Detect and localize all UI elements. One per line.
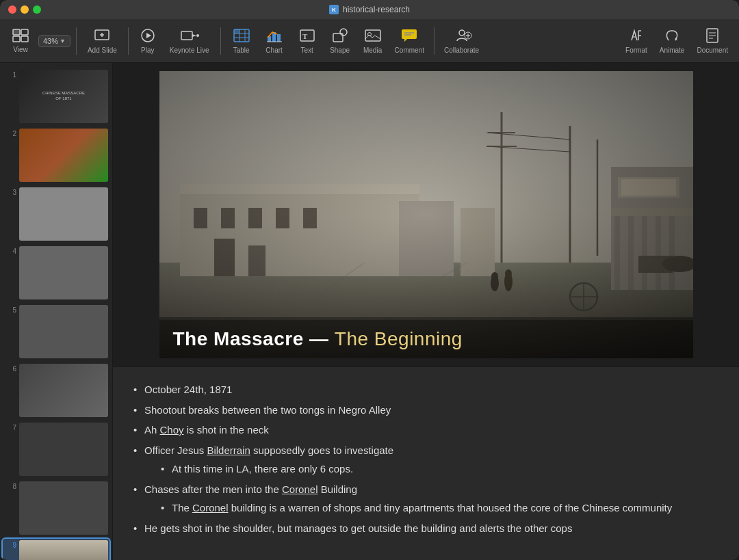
caption-dash: — xyxy=(304,328,335,349)
chart-button[interactable]: Chart xyxy=(259,25,289,57)
slide-thumbnail xyxy=(19,246,108,299)
titlebar: K historical-research xyxy=(0,0,739,19)
slide-number: 2 xyxy=(5,130,16,137)
document-button[interactable]: Document xyxy=(691,25,734,57)
svg-text:T: T xyxy=(302,32,308,40)
separator-2 xyxy=(128,27,129,55)
slide-number: 4 xyxy=(5,248,16,255)
slide-thumbnail xyxy=(19,481,108,535)
zoom-value: 43% xyxy=(43,37,58,45)
collaborate-icon xyxy=(452,28,472,45)
animate-button[interactable]: Animate xyxy=(654,25,690,57)
shape-icon xyxy=(332,28,348,45)
underline-coronel-2: Coronel xyxy=(192,502,229,514)
sub-list: The Coronel building is a warren of shop… xyxy=(144,499,718,517)
chart-icon xyxy=(265,28,283,45)
slide-thumbnail xyxy=(19,187,108,241)
slide-item[interactable]: 6 xyxy=(3,362,109,418)
collaborate-label: Collaborate xyxy=(444,46,479,54)
slide-caption: The Massacre — The Beginning xyxy=(159,320,693,358)
slide-item-active[interactable]: 9 The Massacre — The Beginning xyxy=(3,539,109,560)
view-label: View xyxy=(13,46,28,53)
slide-item[interactable]: 1 CHINESE MASSACREOF 1871 xyxy=(3,68,109,124)
slide-number: 6 xyxy=(5,365,16,373)
svg-rect-28 xyxy=(402,29,417,39)
format-label: Format xyxy=(625,46,647,54)
title-text: historical-research xyxy=(343,5,410,14)
sub-note-item: At this time in LA, there are only 6 cop… xyxy=(161,460,718,478)
svg-rect-3 xyxy=(21,36,28,42)
slide-thumbnail xyxy=(19,129,108,182)
toolbar-right: Format Animate Document xyxy=(620,25,734,57)
collaborate-button[interactable]: Collaborate xyxy=(440,25,483,57)
svg-rect-89 xyxy=(159,71,693,358)
maximize-button[interactable] xyxy=(33,5,41,14)
add-slide-button[interactable]: Add Slide xyxy=(82,25,122,57)
comment-icon xyxy=(400,28,418,45)
play-button[interactable]: Play xyxy=(134,25,161,57)
svg-point-11 xyxy=(196,34,199,37)
slide-panel[interactable]: 1 CHINESE MASSACREOF 1871 2 3 4 5 6 xyxy=(0,63,113,560)
underline-choy: Choy xyxy=(160,424,184,436)
slide-item[interactable]: 5 xyxy=(3,304,109,360)
shape-button[interactable]: Shape xyxy=(325,25,355,57)
svg-rect-0 xyxy=(13,29,20,35)
window-title: K historical-research xyxy=(329,5,410,14)
view-button[interactable]: View xyxy=(5,26,36,56)
slide-caption-text: The Massacre — The Beginning xyxy=(173,328,463,349)
slide-item[interactable]: 2 xyxy=(3,127,109,183)
zoom-button[interactable]: 43% ▼ xyxy=(38,35,70,47)
minimize-button[interactable] xyxy=(21,5,29,14)
slide-thumbnail: The Massacre — The Beginning xyxy=(19,540,108,560)
canvas-area: The Massacre — The Beginning October 24t… xyxy=(113,63,739,560)
animate-label: Animate xyxy=(660,46,685,54)
notes-list: October 24th, 1871 Shootout breaks betwe… xyxy=(133,381,718,537)
slide-thumbnail xyxy=(19,364,108,417)
chart-label: Chart xyxy=(265,46,282,54)
shape-label: Shape xyxy=(330,46,350,54)
underline-coronel: Coronel xyxy=(282,483,318,495)
slide-item[interactable]: 4 xyxy=(3,245,109,301)
slide-item[interactable]: 3 xyxy=(3,186,109,242)
svg-rect-1 xyxy=(21,29,28,35)
separator-4 xyxy=(434,27,435,55)
note-item: Chases after the men into the Coronel Bu… xyxy=(133,481,718,517)
close-button[interactable] xyxy=(8,5,16,14)
note-item: Officer Jesus Bilderrain supposedly goes… xyxy=(133,442,718,478)
svg-point-25 xyxy=(340,29,347,36)
slide-number: 7 xyxy=(5,424,16,431)
slide-thumbnail xyxy=(19,423,108,476)
table-button[interactable]: Table xyxy=(226,25,257,57)
slide-number: 1 xyxy=(5,71,16,79)
text-icon: T xyxy=(299,28,315,45)
svg-marker-29 xyxy=(404,39,407,42)
note-item: He gets shot in the shoulder, but manage… xyxy=(133,520,718,537)
slide-canvas: The Massacre — The Beginning xyxy=(113,63,739,366)
text-label: Text xyxy=(300,46,313,54)
play-icon xyxy=(140,28,156,45)
svg-rect-9 xyxy=(181,31,192,40)
text-button[interactable]: T Text xyxy=(292,25,322,57)
notes-area[interactable]: October 24th, 1871 Shootout breaks betwe… xyxy=(113,366,739,560)
slide-thumbnail xyxy=(19,305,108,358)
keynote-live-button[interactable]: Keynote Live xyxy=(164,25,215,57)
slide-item[interactable]: 8 xyxy=(3,480,109,536)
slide-number: 5 xyxy=(5,306,16,314)
zoom-chevron: ▼ xyxy=(60,38,66,44)
slide-item[interactable]: 7 xyxy=(3,421,109,477)
media-button[interactable]: Media xyxy=(358,25,388,57)
note-item: Shootout breaks between the two tongs in… xyxy=(133,401,718,419)
note-item: Ah Choy is shot in the neck xyxy=(133,421,718,439)
app-icon: K xyxy=(329,5,339,14)
format-button[interactable]: Format xyxy=(620,25,653,57)
view-icon xyxy=(12,29,29,44)
svg-rect-20 xyxy=(277,34,281,42)
comment-button[interactable]: Comment xyxy=(391,25,428,57)
format-icon xyxy=(627,28,645,45)
slide-container[interactable]: The Massacre — The Beginning xyxy=(159,71,693,358)
svg-point-32 xyxy=(459,30,465,36)
keynote-live-label: Keynote Live xyxy=(170,46,209,54)
svg-rect-2 xyxy=(13,36,20,42)
sub-note-item: The Coronel building is a warren of shop… xyxy=(161,499,718,517)
svg-rect-26 xyxy=(365,30,380,41)
